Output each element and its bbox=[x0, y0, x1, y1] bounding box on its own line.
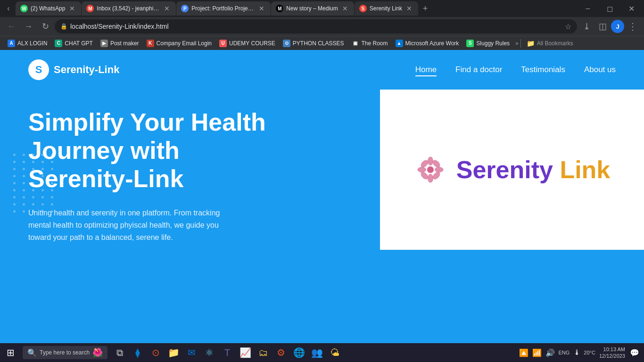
window-controls: – ◻ ✕ bbox=[577, 0, 642, 17]
all-bookmarks-button[interactable]: 📁 All Bookmarks bbox=[523, 40, 577, 47]
refresh-button[interactable]: ↻ bbox=[38, 19, 53, 34]
bookmarks-bar: A ALX LOGIN C CHAT GPT ▶ Post maker K Co… bbox=[0, 36, 644, 50]
site-logo[interactable]: S Serenity-Link bbox=[28, 59, 119, 80]
flower-taskbar-icon: 🌺 bbox=[92, 347, 103, 358]
temperature-label: 20°C bbox=[584, 350, 595, 355]
nav-link-home[interactable]: Home bbox=[415, 65, 437, 74]
bookmark-chatgpt[interactable]: C CHAT GPT bbox=[51, 38, 97, 49]
taskbar-app-ubuntu[interactable]: ⊙ bbox=[147, 343, 164, 362]
nav-link-testimonials[interactable]: Testimonials bbox=[521, 65, 565, 74]
toolbar-actions: ⤓ ◫ J ⋮ bbox=[579, 19, 640, 34]
udemy-label: UDEMY COURSE bbox=[229, 40, 275, 47]
taskbar-app-atom[interactable]: ⚛ bbox=[201, 343, 218, 362]
tab-portfolio-title: Project: Portfolio Project Blo bbox=[191, 5, 255, 12]
folder-icon: 📁 bbox=[527, 40, 535, 47]
taskbar: ⊞ 🔍 Type here to search 🌺 ⧉ ⧫ ⊙ 📁 ✉ ⚛ T … bbox=[0, 343, 644, 362]
tab-serenity-close[interactable]: ✕ bbox=[405, 4, 413, 13]
tab-whatsapp-close[interactable]: ✕ bbox=[68, 4, 76, 13]
notification-button[interactable]: 💬 bbox=[629, 348, 640, 357]
taskbar-app-chrome[interactable]: 🌐 bbox=[290, 343, 307, 362]
taskbar-app-teams2[interactable]: 👥 bbox=[308, 343, 325, 362]
taskbar-search-text: Type here to search bbox=[40, 349, 90, 356]
postmaker-favicon: ▶ bbox=[100, 40, 108, 47]
nav-link-about-us[interactable]: About us bbox=[584, 65, 616, 74]
all-bookmarks-label: All Bookmarks bbox=[537, 40, 573, 47]
tab-medium[interactable]: M New story – Medium ✕ bbox=[271, 1, 354, 16]
svg-point-3 bbox=[418, 167, 426, 172]
bookmark-theroom[interactable]: ▣ The Room bbox=[348, 38, 392, 49]
bookmark-companyemail[interactable]: K Company Email Login bbox=[143, 38, 215, 49]
tab-medium-close[interactable]: ✕ bbox=[341, 4, 349, 13]
bookmark-azure[interactable]: ▲ Microsoft Azure Work bbox=[392, 38, 463, 49]
taskview-icon: ⧉ bbox=[116, 347, 123, 358]
maximize-button[interactable]: ◻ bbox=[599, 0, 620, 17]
svg-point-9 bbox=[427, 166, 434, 173]
nav-link-find-doctor[interactable]: Find a doctor bbox=[455, 65, 502, 74]
taskbar-app-code[interactable]: ⧫ bbox=[129, 343, 146, 362]
tab-back-btn[interactable]: ‹ bbox=[2, 2, 15, 15]
taskbar-app-forecast[interactable]: 🌤 bbox=[326, 343, 343, 362]
bookmark-python[interactable]: ⊙ PYTHON CLASSES bbox=[279, 38, 348, 49]
taskbar-search[interactable]: 🔍 Type here to search 🌺 bbox=[23, 346, 107, 359]
profile-button[interactable]: J bbox=[611, 20, 624, 33]
forward-button[interactable]: → bbox=[21, 19, 36, 34]
volume-icon[interactable]: 🔊 bbox=[545, 348, 556, 357]
close-button[interactable]: ✕ bbox=[620, 0, 642, 17]
start-button[interactable]: ⊞ bbox=[0, 343, 21, 362]
tab-portfolio[interactable]: P Project: Portfolio Project Blo ✕ bbox=[176, 1, 271, 16]
temp-icon[interactable]: 🌡 bbox=[572, 348, 582, 357]
bookmark-udemy[interactable]: U UDEMY COURSE bbox=[215, 38, 279, 49]
flower-icon bbox=[414, 153, 447, 186]
extensions-button[interactable]: ◫ bbox=[595, 19, 610, 34]
taskbar-app-settings[interactable]: ⚙ bbox=[272, 343, 289, 362]
serenity-favicon: S bbox=[359, 5, 367, 12]
downloads-button[interactable]: ⤓ bbox=[579, 19, 594, 34]
tab-medium-title: New story – Medium bbox=[286, 5, 338, 12]
url-text: localhost/Serenity-Link/index.html bbox=[70, 23, 562, 30]
bookmark-postmaker[interactable]: ▶ Post maker bbox=[97, 38, 143, 49]
teams2-icon: 👥 bbox=[311, 347, 323, 358]
taskbar-app-taskview[interactable]: ⧉ bbox=[111, 343, 128, 362]
python-label: PYTHON CLASSES bbox=[293, 40, 344, 47]
wifi-icon[interactable]: 🔼 bbox=[518, 348, 529, 357]
taskbar-time-text: 10:13 AM bbox=[599, 346, 625, 353]
taskbar-app-mail[interactable]: ✉ bbox=[183, 343, 200, 362]
bookmarks-more-button[interactable]: » bbox=[515, 40, 519, 47]
hero-content: Simplify Your Health Journey with Sereni… bbox=[28, 108, 273, 243]
network-icon[interactable]: 📶 bbox=[531, 348, 543, 357]
bookmarks-divider bbox=[520, 39, 521, 48]
bookmark-star-icon[interactable]: ☆ bbox=[565, 22, 571, 31]
minimize-button[interactable]: – bbox=[577, 0, 599, 17]
taskbar-clock[interactable]: 10:13 AM 12/12/2023 bbox=[597, 346, 627, 360]
tab-gmail[interactable]: M Inbox (3,542) - jeanphilippe ✕ bbox=[82, 1, 176, 16]
tab-whatsapp-title: (2) WhatsApp bbox=[31, 5, 65, 12]
new-tab-button[interactable]: + bbox=[419, 2, 432, 15]
taskbar-apps: ⧉ ⧫ ⊙ 📁 ✉ ⚛ T 📈 🗂 ⚙ 🌐 bbox=[111, 343, 343, 362]
taskbar-app-tradingview[interactable]: 📈 bbox=[237, 343, 254, 362]
taskbar-app-files[interactable]: 📁 bbox=[165, 343, 182, 362]
bookmark-alx[interactable]: A ALX LOGIN bbox=[4, 38, 51, 49]
svg-point-5 bbox=[420, 159, 429, 168]
tab-whatsapp[interactable]: W (2) WhatsApp ✕ bbox=[16, 1, 81, 16]
svg-point-8 bbox=[420, 171, 429, 180]
tab-serenity-title: Serenity Link bbox=[370, 5, 402, 12]
taskbar-right: 🔼 📶 🔊 ENG 🌡 20°C 10:13 AM 12/12/2023 💬 bbox=[518, 346, 644, 360]
taskbar-app-teams[interactable]: T bbox=[219, 343, 236, 362]
taskbar-app-filemanager[interactable]: 🗂 bbox=[255, 343, 272, 362]
svg-point-4 bbox=[435, 167, 443, 172]
logo-link-text: Link bbox=[560, 156, 610, 183]
bookmark-sluggy[interactable]: S Sluggy Rules bbox=[462, 38, 513, 49]
sluggy-favicon: S bbox=[466, 40, 474, 47]
azure-label: Microsoft Azure Work bbox=[405, 40, 459, 47]
chrome-icon: 🌐 bbox=[293, 347, 305, 358]
tab-serenity[interactable]: S Serenity Link ✕ bbox=[355, 1, 418, 16]
tab-portfolio-close[interactable]: ✕ bbox=[257, 4, 266, 13]
back-button[interactable]: ← bbox=[4, 19, 19, 34]
chrome-menu-button[interactable]: ⋮ bbox=[625, 19, 640, 34]
chatgpt-label: CHAT GPT bbox=[65, 40, 93, 47]
search-icon: 🔍 bbox=[27, 348, 37, 357]
whatsapp-favicon: W bbox=[20, 5, 28, 12]
address-bar[interactable]: 🔒 localhost/Serenity-Link/index.html ☆ bbox=[55, 19, 577, 33]
tab-gmail-close[interactable]: ✕ bbox=[163, 4, 171, 13]
lock-icon: 🔒 bbox=[60, 23, 67, 30]
